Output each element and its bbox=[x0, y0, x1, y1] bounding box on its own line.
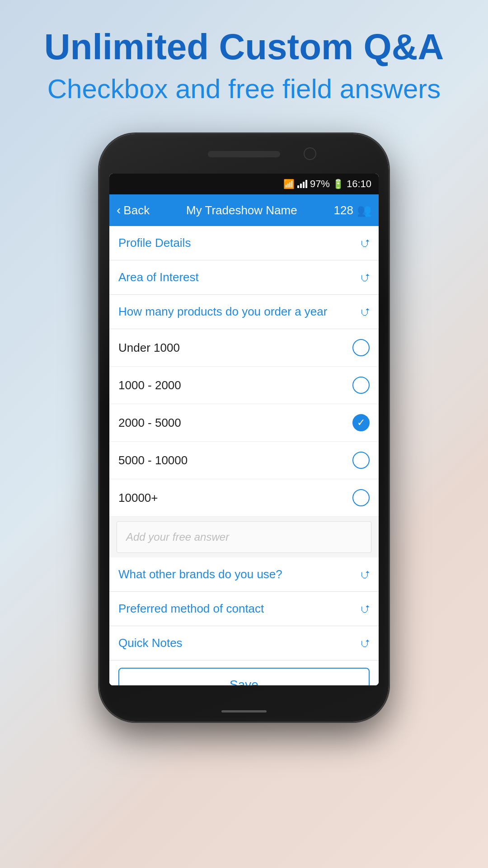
option-under-1000-radio[interactable] bbox=[352, 339, 370, 356]
app-title: My Tradeshow Name bbox=[150, 203, 333, 217]
status-icons: 📶 97% 🔋 16:10 bbox=[283, 178, 371, 190]
quick-notes-label: Quick Notes bbox=[118, 636, 183, 650]
wifi-icon: 📶 bbox=[283, 179, 295, 189]
option-5000-10000[interactable]: 5000 - 10000 bbox=[109, 442, 379, 479]
battery-percent: 97% bbox=[310, 178, 330, 190]
bottom-sections: What other brands do you use? ⮍ Preferre… bbox=[109, 557, 379, 660]
option-10000-plus-radio[interactable] bbox=[352, 489, 370, 506]
question-sort-icon: ⮍ bbox=[360, 306, 370, 318]
phone-camera bbox=[304, 147, 316, 160]
profile-details-label: Profile Details bbox=[118, 236, 191, 250]
phone-screen: 📶 97% 🔋 16:10 ‹ Back bbox=[109, 174, 379, 685]
back-label: Back bbox=[123, 203, 150, 217]
option-10000-plus[interactable]: 10000+ bbox=[109, 479, 379, 517]
back-chevron-icon: ‹ bbox=[117, 203, 121, 217]
headline-title: Unlimited Custom Q&A bbox=[36, 27, 452, 67]
headline-subtitle: Checkbox and free field answers bbox=[36, 71, 452, 107]
save-button-area: Save bbox=[109, 660, 379, 685]
area-of-interest-section[interactable]: Area of Interest ⮍ bbox=[109, 260, 379, 295]
signal-bar-2 bbox=[300, 184, 302, 188]
question-section[interactable]: How many products do you order a year ⮍ bbox=[109, 295, 379, 329]
preferred-contact-label: Preferred method of contact bbox=[118, 602, 264, 616]
option-10000-plus-label: 10000+ bbox=[118, 491, 158, 505]
profile-details-sort-icon: ⮍ bbox=[360, 237, 370, 249]
question-label: How many products do you order a year bbox=[118, 305, 360, 319]
headline-area: Unlimited Custom Q&A Checkbox and free f… bbox=[0, 0, 488, 125]
content-area[interactable]: Profile Details ⮍ Area of Interest ⮍ How… bbox=[109, 226, 379, 685]
signal-bar-3 bbox=[303, 182, 305, 188]
option-1000-2000[interactable]: 1000 - 2000 bbox=[109, 367, 379, 404]
option-2000-5000-label: 2000 - 5000 bbox=[118, 416, 181, 430]
option-5000-10000-radio[interactable] bbox=[352, 452, 370, 469]
option-2000-5000-radio[interactable]: ✓ bbox=[352, 414, 370, 431]
option-under-1000-label: Under 1000 bbox=[118, 341, 180, 355]
quick-notes-sort-icon: ⮍ bbox=[360, 637, 370, 649]
option-2000-5000[interactable]: 2000 - 5000 ✓ bbox=[109, 404, 379, 442]
other-brands-section[interactable]: What other brands do you use? ⮍ bbox=[109, 557, 379, 592]
attendee-count: 128 👥 bbox=[334, 203, 371, 217]
back-button[interactable]: ‹ Back bbox=[117, 203, 150, 217]
signal-bar-1 bbox=[297, 185, 299, 188]
option-5000-10000-label: 5000 - 10000 bbox=[118, 453, 188, 467]
phone-speaker bbox=[208, 151, 280, 157]
option-under-1000[interactable]: Under 1000 bbox=[109, 329, 379, 367]
option-1000-2000-radio[interactable] bbox=[352, 377, 370, 394]
save-button[interactable]: Save bbox=[118, 668, 370, 685]
status-bar: 📶 97% 🔋 16:10 bbox=[109, 174, 379, 194]
battery-icon: 🔋 bbox=[333, 179, 344, 189]
phone-body: 📶 97% 🔋 16:10 ‹ Back bbox=[99, 134, 389, 722]
quick-notes-section[interactable]: Quick Notes ⮍ bbox=[109, 626, 379, 660]
signal-bar-4 bbox=[305, 180, 307, 188]
signal-bars bbox=[297, 180, 307, 188]
attendee-number: 128 bbox=[334, 203, 353, 217]
preferred-contact-sort-icon: ⮍ bbox=[360, 603, 370, 615]
phone-mockup: 📶 97% 🔋 16:10 ‹ Back bbox=[99, 134, 389, 722]
free-answer-box[interactable]: Add your free answer bbox=[117, 521, 371, 553]
other-brands-sort-icon: ⮍ bbox=[360, 569, 370, 580]
area-of-interest-label: Area of Interest bbox=[118, 270, 199, 284]
other-brands-label: What other brands do you use? bbox=[118, 567, 282, 581]
preferred-contact-section[interactable]: Preferred method of contact ⮍ bbox=[109, 592, 379, 626]
area-of-interest-sort-icon: ⮍ bbox=[360, 272, 370, 283]
profile-details-section[interactable]: Profile Details ⮍ bbox=[109, 226, 379, 260]
clock: 16:10 bbox=[347, 178, 371, 190]
home-bar bbox=[221, 710, 267, 712]
free-answer-placeholder: Add your free answer bbox=[126, 531, 229, 543]
app-bar: ‹ Back My Tradeshow Name 128 👥 bbox=[109, 194, 379, 226]
option-1000-2000-label: 1000 - 2000 bbox=[118, 378, 181, 392]
attendees-icon: 👥 bbox=[357, 203, 371, 217]
